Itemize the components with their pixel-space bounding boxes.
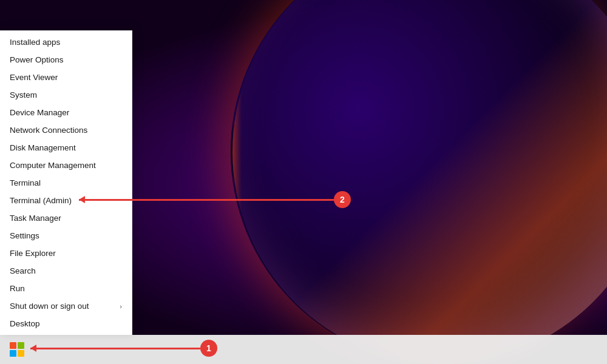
menu-item-shut-down-or-sign-out[interactable]: Shut down or sign out› xyxy=(0,297,132,315)
menu-item-desktop[interactable]: Desktop xyxy=(0,315,132,332)
menu-item-label: Shut down or sign out xyxy=(10,302,89,311)
chevron-right-icon: › xyxy=(120,303,122,310)
win-tile-br xyxy=(18,350,24,357)
menu-item-label: Network Connections xyxy=(10,126,87,135)
windows-logo-icon xyxy=(10,342,24,357)
win-tile-tr xyxy=(18,342,24,349)
menu-item-label: Disk Management xyxy=(10,143,76,152)
menu-item-label: Device Manager xyxy=(10,108,69,117)
win-tile-bl xyxy=(10,350,16,357)
menu-item-label: Run xyxy=(10,284,25,293)
desktop: Installed appsPower OptionsEvent ViewerS… xyxy=(0,0,607,364)
menu-item-power-options[interactable]: Power Options xyxy=(0,51,132,69)
win-tile-tl xyxy=(10,342,16,349)
menu-item-label: Settings xyxy=(10,231,39,240)
taskbar xyxy=(0,335,607,364)
menu-item-terminal[interactable]: Terminal xyxy=(0,174,132,192)
menu-item-label: Desktop xyxy=(10,319,40,328)
menu-item-label: Terminal xyxy=(10,178,41,187)
menu-item-settings[interactable]: Settings xyxy=(0,227,132,244)
menu-item-label: System xyxy=(10,90,37,99)
menu-item-search[interactable]: Search xyxy=(0,262,132,280)
menu-item-file-explorer[interactable]: File Explorer xyxy=(0,244,132,262)
menu-item-label: Task Manager xyxy=(10,214,61,223)
menu-item-network-connections[interactable]: Network Connections xyxy=(0,121,132,139)
menu-item-label: Power Options xyxy=(10,55,64,64)
menu-item-disk-management[interactable]: Disk Management xyxy=(0,139,132,157)
menu-item-computer-management[interactable]: Computer Management xyxy=(0,157,132,174)
menu-item-label: Computer Management xyxy=(10,161,96,170)
menu-item-installed-apps[interactable]: Installed apps xyxy=(0,33,132,51)
menu-item-run[interactable]: Run xyxy=(0,280,132,297)
menu-item-event-viewer[interactable]: Event Viewer xyxy=(0,69,132,86)
menu-item-label: Event Viewer xyxy=(10,73,58,82)
menu-item-label: Installed apps xyxy=(10,38,60,47)
context-menu: Installed appsPower OptionsEvent ViewerS… xyxy=(0,30,132,335)
menu-item-label: Terminal (Admin) xyxy=(10,196,72,205)
menu-item-label: Search xyxy=(10,266,36,275)
menu-item-system[interactable]: System xyxy=(0,86,132,104)
menu-item-terminal-(admin)[interactable]: Terminal (Admin) xyxy=(0,192,132,209)
menu-item-label: File Explorer xyxy=(10,249,56,258)
menu-item-task-manager[interactable]: Task Manager xyxy=(0,209,132,227)
start-button[interactable] xyxy=(5,337,29,362)
menu-item-device-manager[interactable]: Device Manager xyxy=(0,104,132,121)
